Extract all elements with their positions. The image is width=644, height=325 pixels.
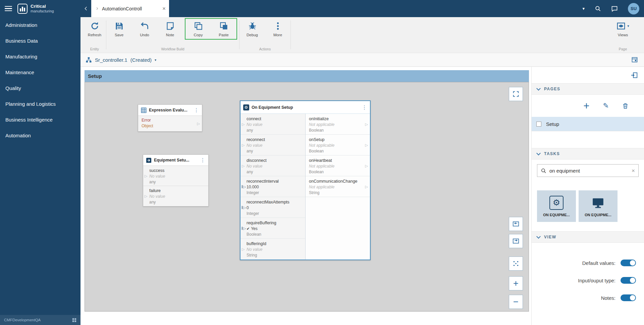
chevron-right-icon — [95, 7, 99, 10]
sitemap-icon — [86, 57, 92, 63]
topbar: AutomationControll × ▾ SU — [80, 0, 644, 17]
output-row-onsetup[interactable]: onSetup Not applicable Boolean ▷ — [306, 135, 370, 155]
workflow-editor: Setup Expression Evalu... ⋮ Err — [80, 67, 531, 325]
section-view[interactable]: VIEW — [532, 231, 644, 243]
page-list-item-setup[interactable]: Setup — [532, 117, 644, 131]
expand-all-icon — [512, 237, 520, 245]
output-row-oncommunicationchange[interactable]: onCommunicationChange Not applicable Str… — [306, 176, 370, 197]
page-checkbox[interactable] — [536, 122, 541, 127]
save-button[interactable]: Save — [106, 17, 132, 37]
node-header[interactable]: Equipment Setu... ⋮ — [143, 155, 208, 166]
input-row-reconnectmaxattempts[interactable]: ▷ reconnectMaxAttempts 0 Integer — [240, 197, 305, 218]
notes-toggle[interactable] — [621, 294, 636, 301]
clear-search-icon[interactable]: × — [632, 168, 635, 174]
workflow-canvas[interactable]: Expression Evalu... ⋮ Error Object ▷ — [85, 82, 529, 312]
node-equipment-setup[interactable]: Equipment Setu... ⋮ ▷ success No value a… — [143, 154, 209, 206]
sidebar-item-administration[interactable]: Administration — [0, 17, 80, 33]
port-row-success[interactable]: ▷ success No value any — [143, 166, 208, 186]
paste-button[interactable]: Paste — [211, 19, 236, 39]
section-tasks[interactable]: TASKS — [532, 148, 644, 159]
sidebar-header: Critical manufacturing — [0, 0, 80, 17]
sidebar-item-business-data[interactable]: Business Data — [0, 33, 80, 49]
sidebar-item-business-intelligence[interactable]: Business Intelligence — [0, 112, 80, 128]
views-button[interactable]: ▾ Views — [610, 17, 635, 37]
input-row-reconnect[interactable]: ▷ reconnect No value any — [240, 135, 305, 155]
group-label-page: Page — [610, 47, 635, 53]
delete-page-button[interactable] — [622, 103, 629, 109]
input-row-requirebuffering[interactable]: ▷ requireBuffering ✔ Yes Boolean — [240, 218, 305, 239]
sidebar: Critical manufacturing Administration Bu… — [0, 0, 80, 325]
copy-button[interactable]: Copy — [185, 19, 211, 39]
copy-icon — [194, 21, 203, 31]
refresh-icon — [90, 21, 99, 31]
port-row-error[interactable]: Error Object ▷ — [138, 116, 202, 131]
port-row-failure[interactable]: ▷ failure No value any — [143, 186, 208, 206]
input-row-connect[interactable]: ▷ connect No value any — [240, 114, 305, 135]
io-type-toggle[interactable] — [621, 277, 636, 284]
debug-button[interactable]: Debug — [239, 17, 265, 37]
node-menu-icon[interactable]: ⋮ — [193, 107, 200, 113]
task-search-input[interactable]: on equipment × — [537, 164, 639, 177]
zoom-out-button[interactable]: − — [509, 295, 523, 309]
node-menu-icon[interactable]: ⋮ — [199, 157, 207, 163]
tab-automationcontroll[interactable]: AutomationControll × — [91, 0, 169, 17]
entity-dropdown-icon[interactable]: ▾ — [155, 58, 156, 62]
entity-name[interactable]: Sr_controller.1 — [95, 57, 127, 63]
refresh-button[interactable]: Refresh — [83, 17, 106, 37]
overview-button[interactable] — [509, 257, 523, 271]
section-pages[interactable]: PAGES — [532, 83, 644, 95]
sidebar-item-manufacturing[interactable]: Manufacturing — [0, 49, 80, 64]
collapse-all-button[interactable] — [509, 217, 523, 231]
messages-icon[interactable] — [611, 5, 618, 12]
collapse-panel-button[interactable] — [631, 72, 638, 79]
outputs-column: onInitialize Not applicable Boolean ▷ on… — [306, 114, 370, 260]
add-page-button[interactable]: + — [583, 101, 589, 111]
sidebar-item-planning-logistics[interactable]: Planning and Logistics — [0, 96, 80, 112]
input-port-set-icon: ▷ — [242, 205, 246, 210]
more-button[interactable]: More — [265, 17, 290, 37]
task-tile-on-equipment-monitor[interactable]: ON EQUIPME... — [579, 190, 618, 222]
undo-button[interactable]: Undo — [132, 17, 157, 37]
copy-paste-highlight: Copy Paste — [185, 18, 237, 40]
fullscreen-icon — [512, 90, 520, 98]
check-icon: ✔ — [247, 227, 250, 231]
input-row-bufferingid[interactable]: ▷ bufferingId No value String — [240, 239, 305, 260]
zoom-in-button[interactable]: + — [509, 276, 523, 290]
sidebar-item-maintenance[interactable]: Maintenance — [0, 64, 80, 80]
tab-close-icon[interactable]: × — [162, 6, 166, 11]
node-header[interactable]: ⚙ On Equipment Setup ⋮ — [240, 101, 370, 114]
edit-page-button[interactable]: ✎ — [603, 102, 609, 110]
input-row-disconnect[interactable]: ▷ disconnect No value any — [240, 155, 305, 176]
input-port-set-icon: ▷ — [242, 184, 246, 189]
table-view-button[interactable] — [631, 56, 638, 63]
output-row-onheartbeat[interactable]: onHeartbeat Not applicable Boolean ▷ — [306, 155, 370, 176]
chevron-down-icon: ▾ — [627, 24, 629, 28]
environment-icon — [72, 318, 76, 322]
node-menu-icon[interactable]: ⋮ — [361, 104, 368, 110]
user-avatar[interactable]: SU — [628, 3, 639, 14]
search-icon[interactable] — [595, 5, 601, 12]
note-icon — [166, 21, 175, 31]
task-tile-on-equipment-setup[interactable]: ⚙ ON EQUIPME... — [537, 190, 576, 222]
input-row-reconnectinterval[interactable]: ▷ reconnectInterval 10.000 Integer — [240, 176, 305, 197]
brand-logo: Critical manufacturing — [17, 4, 54, 14]
node-header[interactable]: Expression Evalu... ⋮ — [138, 105, 202, 116]
output-port-icon: ▷ — [197, 122, 200, 126]
node-expression-evaluator[interactable]: Expression Evalu... ⋮ Error Object ▷ — [138, 104, 202, 132]
default-values-toggle[interactable] — [621, 260, 636, 266]
hamburger-menu-icon[interactable] — [5, 6, 12, 11]
sidebar-item-quality[interactable]: Quality — [0, 80, 80, 96]
brand-line1: Critical — [31, 4, 54, 9]
paste-icon — [219, 21, 228, 31]
history-back-button[interactable] — [80, 0, 91, 17]
sidebar-item-automation[interactable]: Automation — [0, 128, 80, 143]
fullscreen-button[interactable] — [509, 87, 523, 101]
expand-all-button[interactable] — [509, 234, 523, 248]
task-search-value: on equipment — [549, 168, 629, 174]
tabs-dropdown-icon[interactable]: ▾ — [582, 6, 585, 11]
toggle-label-default-values: Default values: — [582, 260, 615, 266]
note-button[interactable]: Note — [157, 17, 183, 37]
node-on-equipment-setup[interactable]: ⚙ On Equipment Setup ⋮ ▷ connect No valu… — [240, 100, 371, 260]
group-label-entity: Entity — [83, 47, 106, 53]
output-row-oninitialize[interactable]: onInitialize Not applicable Boolean ▷ — [306, 114, 370, 135]
